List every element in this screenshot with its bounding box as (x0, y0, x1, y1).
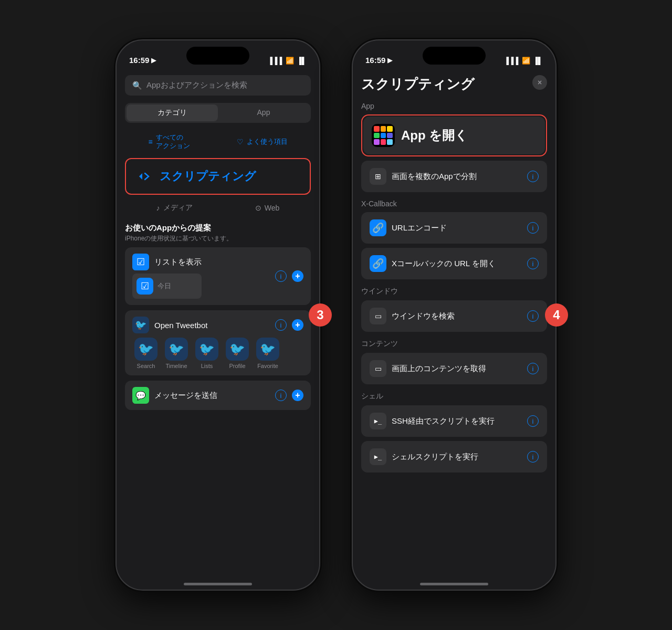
link-icon-2: 🔗 (370, 255, 386, 272)
scripting-icon (135, 167, 153, 185)
action-tweetbot[interactable]: 🐦 Open Tweetbot i + 🐦 Search (125, 310, 311, 375)
scripting-label: スクリプティング (160, 169, 256, 184)
wifi-icon-right: 📶 (522, 57, 530, 65)
action-list-label: リストを表示 (154, 257, 202, 267)
time-right: 16:59 ▶ (365, 56, 392, 65)
add-icon-1[interactable]: + (292, 270, 303, 282)
window-icon: ▭ (370, 308, 386, 324)
action-list-left: ☑ リストを表示 ☑ 今日 (132, 254, 202, 299)
info-icon-2[interactable]: i (275, 319, 287, 331)
section-xcallback-label: X-Callback (361, 200, 547, 208)
tweetbot-profile-avatar: 🐦 (226, 338, 249, 361)
shell-script-left: ▶_ シェルスクリプトを実行 (370, 448, 478, 465)
dot-6 (387, 133, 393, 139)
list-icon: ≡ (148, 138, 152, 146)
add-icon-2[interactable]: + (292, 319, 303, 331)
all-actions-label: すべてのアクション (156, 133, 190, 150)
tweetbot-search-avatar: 🐦 (134, 338, 158, 361)
checkbox-icon: ☑ (132, 254, 149, 270)
media-web-nav: ♪ メディア ⊙ Web (125, 203, 311, 213)
action-list-display[interactable]: ☑ リストを表示 ☑ 今日 i + (125, 247, 311, 305)
info-screen-contents[interactable]: i (527, 363, 539, 374)
section-window-label: ウインドウ (361, 287, 547, 296)
screen-contents-row[interactable]: ▭ 画面上のコンテンツを取得 i (361, 353, 547, 384)
scripting-highlight-box: スクリプティング (125, 158, 311, 195)
action-msg-right: i + (275, 390, 303, 401)
signal-icon-right: ▐▐▐ (504, 57, 519, 65)
xcallback-url-row[interactable]: 🔗 Xコールバックの URL を開く i (361, 248, 547, 279)
tweetbot-lists-avatar: 🐦 (195, 338, 218, 361)
dot-9 (387, 139, 393, 145)
window-search-row[interactable]: ▭ ウインドウを検索 i (361, 300, 547, 332)
app-open-highlight: App を開く (361, 114, 547, 156)
battery-icon-right: ▐▌ (533, 57, 543, 65)
window-search-left: ▭ ウインドウを検索 (370, 308, 455, 324)
media-item[interactable]: ♪ メディア (156, 203, 193, 213)
section-app-label: App (361, 102, 547, 110)
time-left: 16:59 ▶ (129, 56, 156, 65)
info-icon-1[interactable]: i (275, 270, 287, 282)
search-bar[interactable]: 🔍 Appおよびアクションを検索 (125, 75, 311, 96)
info-window-search[interactable]: i (527, 310, 539, 322)
battery-icon: ▐▌ (297, 57, 307, 65)
shell-script-row[interactable]: ▶_ シェルスクリプトを実行 i (361, 441, 547, 472)
favorites-item[interactable]: ♡ よく使う項目 (237, 133, 288, 150)
tweetbot-profile[interactable]: 🐦 Profile (226, 338, 249, 369)
wifi-icon: 📶 (286, 57, 294, 65)
dot-1 (374, 126, 380, 132)
message-icon: 💬 (132, 387, 149, 404)
tweetbot-profile-label: Profile (229, 363, 245, 369)
action-msg-label: メッセージを送信 (154, 391, 217, 401)
web-item[interactable]: ⊙ Web (255, 203, 280, 213)
dynamic-island-right (423, 47, 486, 65)
section-contents-label: コンテンツ (361, 339, 547, 349)
tweetbot-favorite[interactable]: 🐦 Favorite (256, 338, 279, 369)
app-split-left: ⊞ 画面を複数のAppで分割 (370, 168, 477, 185)
tweetbot-favorite-label: Favorite (257, 363, 278, 369)
all-actions-item[interactable]: ≡ すべてのアクション (148, 133, 190, 150)
screen-contents-label: 画面上のコンテンツを取得 (392, 364, 486, 374)
tweetbot-icon: 🐦 (132, 317, 149, 333)
xcallback-url-label: Xコールバックの URL を開く (392, 259, 496, 269)
scripting-item[interactable]: スクリプティング (127, 160, 309, 193)
ssh-label: SSH経由でスクリプトを実行 (392, 416, 495, 426)
dot-5 (381, 133, 386, 139)
app-grid-icon (372, 124, 395, 147)
right-phone-content: スクリプティング App (353, 69, 555, 590)
action-msg-left: 💬 メッセージを送信 (132, 387, 217, 404)
web-icon: ⊙ (255, 204, 261, 212)
left-phone-content: 🔍 Appおよびアクションを検索 カテゴリ App ≡ すべてのアクション ♡ (117, 69, 319, 590)
info-icon-3[interactable]: i (275, 390, 287, 401)
url-encode-row[interactable]: 🔗 URLエンコード i (361, 212, 547, 244)
signal-icon: ▐▐▐ (268, 57, 282, 65)
ssh-left: ▶_ SSH経由でスクリプトを実行 (370, 413, 495, 429)
tab-app[interactable]: App (218, 104, 309, 121)
action-message[interactable]: 💬 メッセージを送信 i + (125, 381, 311, 410)
tweetbot-timeline[interactable]: 🐦 Timeline (165, 338, 188, 369)
split-icon: ⊞ (370, 168, 386, 185)
dot-4 (374, 133, 380, 139)
info-ssh[interactable]: i (527, 415, 539, 427)
favorites-label: よく使う項目 (247, 137, 288, 146)
screen-icon: ▭ (370, 360, 386, 377)
tweetbot-lists[interactable]: 🐦 Lists (195, 338, 218, 369)
info-url-encode[interactable]: i (527, 222, 539, 234)
add-icon-3[interactable]: + (292, 390, 303, 401)
app-split-row[interactable]: ⊞ 画面を複数のAppで分割 i (361, 161, 547, 192)
action-list-right: i + (275, 270, 303, 282)
category-nav: ≡ すべてのアクション ♡ よく使う項目 (125, 133, 311, 150)
app-open-row[interactable]: App を開く (363, 117, 545, 154)
tweetbot-search[interactable]: 🐦 Search (134, 338, 158, 369)
action-sub-label: 今日 (158, 281, 171, 291)
shell-icon: ▶_ (370, 448, 386, 465)
info-xcallback-url[interactable]: i (527, 258, 539, 269)
dot-8 (381, 139, 386, 145)
tweetbot-right: i + (275, 319, 303, 331)
ssh-row[interactable]: ▶_ SSH経由でスクリプトを実行 i (361, 405, 547, 437)
info-split[interactable]: i (527, 171, 539, 182)
info-shell-script[interactable]: i (527, 451, 539, 463)
suggestions-subtitle: iPhoneの使用状況に基づいています。 (125, 234, 311, 243)
tab-category[interactable]: カテゴリ (127, 104, 218, 121)
dot-7 (374, 139, 380, 145)
url-encode-left: 🔗 URLエンコード (370, 219, 447, 236)
